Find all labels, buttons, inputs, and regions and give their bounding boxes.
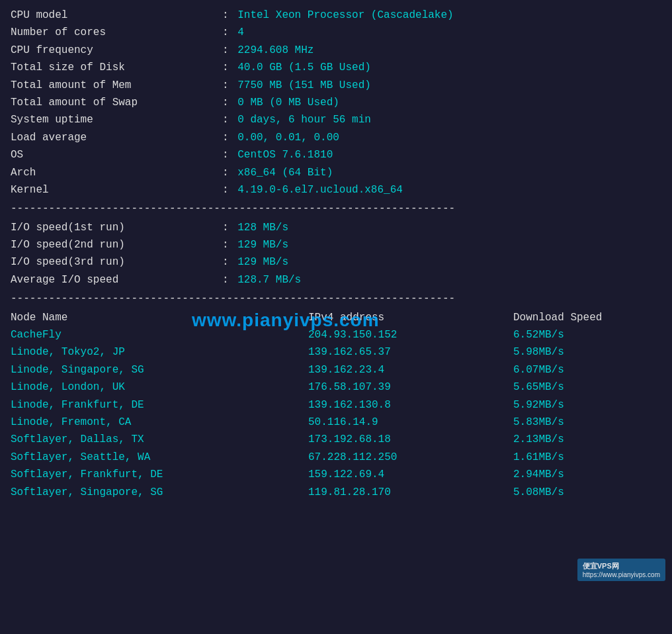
network-row: Linode, Singapore, SG 139.162.23.4 6.07M…	[11, 361, 661, 379]
row-value: 4	[237, 24, 244, 41]
row-label: I/O speed(2nd run)	[11, 236, 222, 253]
io-speed-row: Average I/O speed : 128.7 MB/s	[11, 271, 661, 289]
divider-1: ----------------------------------------…	[11, 200, 661, 217]
system-info-row: CPU frequency : 2294.608 MHz	[11, 42, 661, 59]
node-name: Linode, Singapore, SG	[11, 361, 308, 379]
node-speed: 5.92MB/s	[513, 396, 646, 414]
row-label: Kernel	[11, 181, 222, 199]
system-info-row: Total amount of Swap: 0 MB (0 MB Used)	[11, 94, 661, 111]
row-value: 4.19.0-6.el7.ucloud.x86_64	[237, 181, 403, 199]
node-name: Softlayer, Seattle, WA	[11, 449, 308, 466]
network-row: Linode, Fremont, CA 50.116.14.9 5.83MB/s	[11, 414, 661, 431]
node-name: Linode, Tokyo2, JP	[11, 343, 308, 361]
network-row: Linode, Tokyo2, JP 139.162.65.37 5.98MB/…	[11, 343, 661, 361]
row-value: 40.0 GB (1.5 GB Used)	[237, 59, 371, 76]
row-value: 0 days, 6 hour 56 min	[237, 111, 371, 128]
node-name: Softlayer, Frankfurt, DE	[11, 466, 308, 483]
node-speed: 5.83MB/s	[513, 414, 646, 431]
node-name: Linode, Frankfurt, DE	[11, 396, 308, 414]
io-speed-row: I/O speed(3rd run) : 129 MB/s	[11, 253, 661, 271]
watermark: www.pianyivps.com	[192, 310, 380, 331]
system-info-row: Total amount of Mem : 7750 MB (151 MB Us…	[11, 77, 661, 94]
row-label: Total size of Disk	[11, 59, 222, 76]
row-label: CPU model	[11, 7, 222, 24]
network-row: Softlayer, Seattle, WA 67.228.112.250 1.…	[11, 449, 661, 466]
node-speed: 6.52MB/s	[513, 326, 646, 343]
row-label: CPU frequency	[11, 42, 222, 59]
row-value: CentOS 7.6.1810	[237, 146, 333, 163]
node-speed: 6.07MB/s	[513, 361, 646, 379]
system-info-row: Kernel : 4.19.0-6.el7.ucloud.x86_64	[11, 181, 661, 199]
node-ipv4: 159.122.69.4	[308, 466, 513, 483]
node-ipv4: 139.162.130.8	[308, 396, 513, 414]
node-ipv4: 173.192.68.18	[308, 431, 513, 448]
row-label: I/O speed(3rd run)	[11, 253, 222, 271]
row-value: Intel Xeon Processor (Cascadelake)	[237, 7, 453, 24]
node-ipv4: 176.58.107.39	[308, 379, 513, 396]
system-info-row: Arch : x86_64 (64 Bit)	[11, 164, 661, 181]
row-value: 129 MB/s	[237, 236, 288, 253]
node-speed: 5.98MB/s	[513, 343, 646, 361]
row-value: 0.00, 0.01, 0.00	[237, 129, 339, 146]
node-speed: 1.61MB/s	[513, 449, 646, 466]
terminal: CPU model : Intel Xeon Processor (Cascad…	[11, 7, 661, 501]
row-value: 2294.608 MHz	[237, 42, 314, 59]
network-row: Softlayer, Dallas, TX 173.192.68.18 2.13…	[11, 431, 661, 448]
system-info-row: Total size of Disk : 40.0 GB (1.5 GB Use…	[11, 59, 661, 76]
row-label: OS	[11, 146, 222, 163]
io-speed-row: I/O speed(2nd run) : 129 MB/s	[11, 236, 661, 253]
row-value: 0 MB (0 MB Used)	[237, 94, 339, 111]
system-info-row: OS : CentOS 7.6.1810	[11, 146, 661, 163]
node-speed: 5.08MB/s	[513, 484, 646, 501]
node-ipv4: 139.162.65.37	[308, 343, 513, 361]
node-ipv4: 67.228.112.250	[308, 449, 513, 466]
row-label: I/O speed(1st run)	[11, 219, 222, 236]
row-label: Load average	[11, 129, 222, 146]
node-speed: 2.94MB/s	[513, 466, 646, 483]
node-name: Linode, Fremont, CA	[11, 414, 308, 431]
row-value: x86_64 (64 Bit)	[237, 164, 333, 181]
system-info-row: CPU model : Intel Xeon Processor (Cascad…	[11, 7, 661, 24]
corner-badge-label: 便宜VPS网	[583, 561, 660, 571]
node-ipv4: 50.116.14.9	[308, 414, 513, 431]
row-label: Number of cores	[11, 24, 222, 41]
divider-2: ----------------------------------------…	[11, 290, 661, 307]
network-row: Softlayer, Singapore, SG 119.81.28.170 5…	[11, 484, 661, 501]
row-value: 129 MB/s	[237, 253, 288, 271]
row-value: 128 MB/s	[237, 219, 288, 236]
node-speed: 5.65MB/s	[513, 379, 646, 396]
row-label: Arch	[11, 164, 222, 181]
system-info-row: Load average : 0.00, 0.01, 0.00	[11, 129, 661, 146]
node-name: Softlayer, Dallas, TX	[11, 431, 308, 448]
network-row: Softlayer, Frankfurt, DE 159.122.69.4 2.…	[11, 466, 661, 483]
node-ipv4: 119.81.28.170	[308, 484, 513, 501]
network-table-section: Node Name IPv4 address Download Speed Ca…	[11, 309, 661, 501]
node-name: Softlayer, Singapore, SG	[11, 484, 308, 501]
row-label: Average I/O speed	[11, 271, 222, 289]
row-label: Total amount of Mem	[11, 77, 222, 94]
header-speed: Download Speed	[513, 309, 646, 326]
row-value: 128.7 MB/s	[237, 271, 301, 289]
node-speed: 2.13MB/s	[513, 431, 646, 448]
io-speed-section: I/O speed(1st run) : 128 MB/sI/O speed(2…	[11, 219, 661, 308]
system-info-section: CPU model : Intel Xeon Processor (Cascad…	[11, 7, 661, 218]
node-name: Linode, London, UK	[11, 379, 308, 396]
corner-badge: 便宜VPS网 https://www.pianyivps.com	[577, 559, 665, 581]
row-value: 7750 MB (151 MB Used)	[237, 77, 371, 94]
system-info-row: Number of cores : 4	[11, 24, 661, 41]
row-label: Total amount of Swap	[11, 94, 222, 111]
network-row: Linode, Frankfurt, DE 139.162.130.8 5.92…	[11, 396, 661, 414]
corner-badge-url: https://www.pianyivps.com	[583, 571, 660, 578]
io-speed-row: I/O speed(1st run) : 128 MB/s	[11, 219, 661, 236]
network-row: Linode, London, UK 176.58.107.39 5.65MB/…	[11, 379, 661, 396]
node-ipv4: 139.162.23.4	[308, 361, 513, 379]
row-label: System uptime	[11, 111, 222, 128]
system-info-row: System uptime : 0 days, 6 hour 56 min	[11, 111, 661, 128]
